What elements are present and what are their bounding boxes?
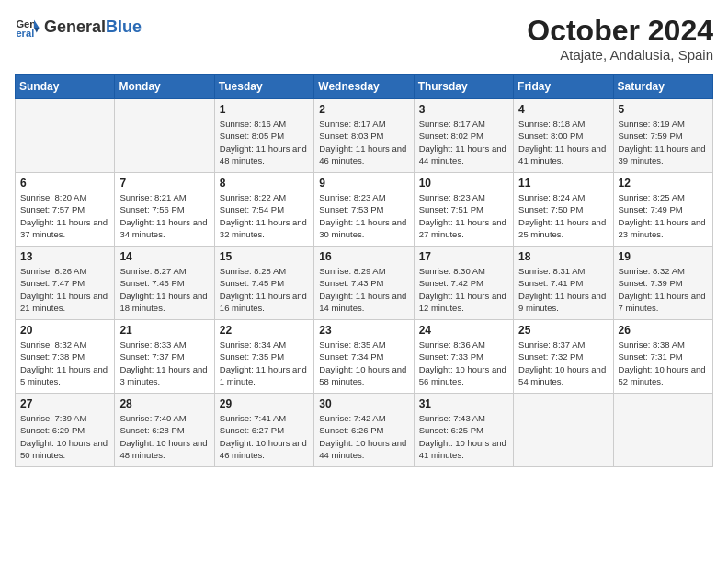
calendar-header-row: SundayMondayTuesdayWednesdayThursdayFrid… bbox=[16, 75, 713, 99]
day-number: 9 bbox=[319, 177, 408, 190]
calendar-day-cell: 22Sunrise: 8:34 AM Sunset: 7:35 PM Dayli… bbox=[214, 320, 313, 394]
calendar-day-cell: 30Sunrise: 7:42 AM Sunset: 6:26 PM Dayli… bbox=[314, 394, 414, 467]
day-of-week-header: Saturday bbox=[613, 75, 712, 99]
calendar-day-cell: 15Sunrise: 8:28 AM Sunset: 7:45 PM Dayli… bbox=[214, 247, 313, 320]
calendar-day-cell: 28Sunrise: 7:40 AM Sunset: 6:28 PM Dayli… bbox=[115, 394, 214, 467]
day-info: Sunrise: 8:23 AM Sunset: 7:51 PM Dayligh… bbox=[419, 191, 508, 240]
calendar-week-row: 13Sunrise: 8:26 AM Sunset: 7:47 PM Dayli… bbox=[16, 247, 713, 320]
day-info: Sunrise: 7:41 AM Sunset: 6:27 PM Dayligh… bbox=[220, 412, 309, 461]
svg-marker-3 bbox=[34, 28, 40, 33]
calendar-week-row: 6Sunrise: 8:20 AM Sunset: 7:57 PM Daylig… bbox=[16, 173, 713, 247]
calendar-day-cell: 31Sunrise: 7:43 AM Sunset: 6:25 PM Dayli… bbox=[414, 394, 513, 467]
day-number: 12 bbox=[619, 177, 708, 190]
day-number: 5 bbox=[619, 103, 708, 116]
calendar-day-cell: 11Sunrise: 8:24 AM Sunset: 7:50 PM Dayli… bbox=[514, 173, 613, 247]
day-info: Sunrise: 8:23 AM Sunset: 7:53 PM Dayligh… bbox=[319, 191, 408, 240]
logo-text: GeneralBlue bbox=[44, 18, 142, 37]
calendar-day-cell: 7Sunrise: 8:21 AM Sunset: 7:56 PM Daylig… bbox=[115, 173, 214, 247]
day-number: 17 bbox=[419, 250, 508, 263]
day-of-week-header: Thursday bbox=[414, 75, 513, 99]
day-info: Sunrise: 8:18 AM Sunset: 8:00 PM Dayligh… bbox=[518, 118, 608, 167]
day-number: 22 bbox=[220, 324, 309, 337]
calendar-empty-cell bbox=[613, 394, 712, 467]
day-info: Sunrise: 8:36 AM Sunset: 7:33 PM Dayligh… bbox=[419, 339, 508, 387]
day-number: 14 bbox=[119, 250, 209, 263]
calendar-day-cell: 25Sunrise: 8:37 AM Sunset: 7:32 PM Dayli… bbox=[514, 320, 613, 394]
calendar-day-cell: 29Sunrise: 7:41 AM Sunset: 6:27 PM Dayli… bbox=[214, 394, 313, 467]
calendar-day-cell: 8Sunrise: 8:22 AM Sunset: 7:54 PM Daylig… bbox=[214, 173, 313, 247]
day-info: Sunrise: 8:19 AM Sunset: 7:59 PM Dayligh… bbox=[619, 118, 708, 167]
day-info: Sunrise: 8:30 AM Sunset: 7:42 PM Dayligh… bbox=[419, 265, 508, 314]
day-of-week-header: Friday bbox=[514, 75, 613, 99]
day-number: 18 bbox=[518, 250, 608, 263]
day-number: 7 bbox=[119, 177, 209, 190]
calendar-empty-cell bbox=[115, 99, 214, 173]
day-info: Sunrise: 7:39 AM Sunset: 6:29 PM Dayligh… bbox=[20, 412, 109, 461]
location-title: Atajate, Andalusia, Spain bbox=[527, 47, 713, 63]
day-of-week-header: Wednesday bbox=[314, 75, 414, 99]
day-number: 29 bbox=[220, 397, 309, 410]
day-info: Sunrise: 8:38 AM Sunset: 7:31 PM Dayligh… bbox=[619, 339, 708, 387]
day-info: Sunrise: 8:16 AM Sunset: 8:05 PM Dayligh… bbox=[220, 118, 309, 167]
calendar-day-cell: 1Sunrise: 8:16 AM Sunset: 8:05 PM Daylig… bbox=[214, 99, 313, 173]
day-info: Sunrise: 8:31 AM Sunset: 7:41 PM Dayligh… bbox=[518, 265, 608, 314]
day-number: 31 bbox=[419, 397, 508, 410]
day-info: Sunrise: 8:37 AM Sunset: 7:32 PM Dayligh… bbox=[518, 339, 608, 387]
day-info: Sunrise: 8:34 AM Sunset: 7:35 PM Dayligh… bbox=[220, 339, 309, 387]
day-number: 4 bbox=[518, 103, 608, 116]
day-info: Sunrise: 8:21 AM Sunset: 7:56 PM Dayligh… bbox=[119, 191, 209, 240]
day-info: Sunrise: 8:24 AM Sunset: 7:50 PM Dayligh… bbox=[518, 191, 608, 240]
calendar-day-cell: 13Sunrise: 8:26 AM Sunset: 7:47 PM Dayli… bbox=[16, 247, 115, 320]
day-number: 28 bbox=[119, 397, 209, 410]
calendar-day-cell: 5Sunrise: 8:19 AM Sunset: 7:59 PM Daylig… bbox=[613, 99, 712, 173]
day-info: Sunrise: 8:17 AM Sunset: 8:03 PM Dayligh… bbox=[319, 118, 408, 167]
day-number: 15 bbox=[220, 250, 309, 263]
day-info: Sunrise: 7:42 AM Sunset: 6:26 PM Dayligh… bbox=[319, 412, 408, 461]
day-info: Sunrise: 7:40 AM Sunset: 6:28 PM Dayligh… bbox=[119, 412, 209, 461]
day-number: 24 bbox=[419, 324, 508, 337]
day-info: Sunrise: 7:43 AM Sunset: 6:25 PM Dayligh… bbox=[419, 412, 508, 461]
logo: Gen eral GeneralBlue bbox=[15, 15, 142, 40]
day-number: 25 bbox=[518, 324, 608, 337]
day-info: Sunrise: 8:33 AM Sunset: 7:37 PM Dayligh… bbox=[119, 339, 209, 387]
day-number: 3 bbox=[419, 103, 508, 116]
day-number: 13 bbox=[20, 250, 109, 263]
calendar-week-row: 27Sunrise: 7:39 AM Sunset: 6:29 PM Dayli… bbox=[16, 394, 713, 467]
calendar-day-cell: 18Sunrise: 8:31 AM Sunset: 7:41 PM Dayli… bbox=[514, 247, 613, 320]
calendar-day-cell: 4Sunrise: 8:18 AM Sunset: 8:00 PM Daylig… bbox=[514, 99, 613, 173]
day-info: Sunrise: 8:22 AM Sunset: 7:54 PM Dayligh… bbox=[220, 191, 309, 240]
calendar-day-cell: 26Sunrise: 8:38 AM Sunset: 7:31 PM Dayli… bbox=[613, 320, 712, 394]
day-info: Sunrise: 8:35 AM Sunset: 7:34 PM Dayligh… bbox=[319, 339, 408, 387]
month-title: October 2024 bbox=[527, 15, 713, 47]
day-of-week-header: Monday bbox=[115, 75, 214, 99]
day-number: 20 bbox=[20, 324, 109, 337]
day-info: Sunrise: 8:26 AM Sunset: 7:47 PM Dayligh… bbox=[20, 265, 109, 314]
day-of-week-header: Sunday bbox=[16, 75, 115, 99]
calendar-day-cell: 19Sunrise: 8:32 AM Sunset: 7:39 PM Dayli… bbox=[613, 247, 712, 320]
calendar-day-cell: 2Sunrise: 8:17 AM Sunset: 8:03 PM Daylig… bbox=[314, 99, 414, 173]
day-info: Sunrise: 8:28 AM Sunset: 7:45 PM Dayligh… bbox=[220, 265, 309, 314]
calendar-day-cell: 21Sunrise: 8:33 AM Sunset: 7:37 PM Dayli… bbox=[115, 320, 214, 394]
day-number: 30 bbox=[319, 397, 408, 410]
calendar-day-cell: 24Sunrise: 8:36 AM Sunset: 7:33 PM Dayli… bbox=[414, 320, 513, 394]
calendar-day-cell: 16Sunrise: 8:29 AM Sunset: 7:43 PM Dayli… bbox=[314, 247, 414, 320]
title-area: October 2024 Atajate, Andalusia, Spain bbox=[527, 15, 713, 63]
day-number: 2 bbox=[319, 103, 408, 116]
calendar-day-cell: 17Sunrise: 8:30 AM Sunset: 7:42 PM Dayli… bbox=[414, 247, 513, 320]
calendar-day-cell: 3Sunrise: 8:17 AM Sunset: 8:02 PM Daylig… bbox=[414, 99, 513, 173]
day-number: 27 bbox=[20, 397, 109, 410]
logo-icon: Gen eral bbox=[15, 15, 40, 40]
day-info: Sunrise: 8:25 AM Sunset: 7:49 PM Dayligh… bbox=[619, 191, 708, 240]
day-number: 16 bbox=[319, 250, 408, 263]
day-number: 21 bbox=[119, 324, 209, 337]
calendar-day-cell: 12Sunrise: 8:25 AM Sunset: 7:49 PM Dayli… bbox=[613, 173, 712, 247]
day-info: Sunrise: 8:17 AM Sunset: 8:02 PM Dayligh… bbox=[419, 118, 508, 167]
day-number: 19 bbox=[619, 250, 708, 263]
calendar-day-cell: 10Sunrise: 8:23 AM Sunset: 7:51 PM Dayli… bbox=[414, 173, 513, 247]
page-header: Gen eral GeneralBlue October 2024 Atajat… bbox=[15, 15, 713, 63]
svg-text:eral: eral bbox=[16, 28, 34, 39]
day-number: 1 bbox=[220, 103, 309, 116]
day-number: 26 bbox=[619, 324, 708, 337]
day-info: Sunrise: 8:32 AM Sunset: 7:38 PM Dayligh… bbox=[20, 339, 109, 387]
day-number: 6 bbox=[20, 177, 109, 190]
